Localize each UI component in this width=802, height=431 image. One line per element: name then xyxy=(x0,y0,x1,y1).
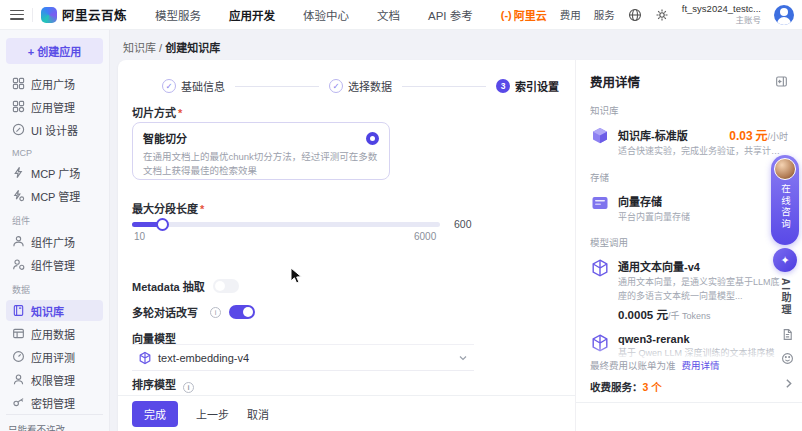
sidebar-item-app-eval[interactable]: 应用评测 xyxy=(6,346,103,367)
feedback-smiley-icon[interactable] xyxy=(781,352,794,365)
breadcrumb-parent[interactable]: 知识库 xyxy=(123,42,156,54)
sidebar-footer: 只能看不许改，这... ∧ xyxy=(6,414,103,431)
model-icon xyxy=(138,351,152,365)
cube-icon xyxy=(590,126,610,146)
model-icon xyxy=(590,258,610,278)
account-name: ft_sys2024_testc... xyxy=(682,3,761,15)
nav-model-service[interactable]: 模型服务 xyxy=(155,7,201,23)
multiturn-rewrite-toggle[interactable] xyxy=(229,305,255,319)
cost-item-desc: 通用文本向量，是通义实验室基于LLM底座的多语言文本统一向量模型... xyxy=(618,276,788,303)
metadata-extract-label: Metadata 抽取 xyxy=(132,278,205,294)
sidebar-item-key-manage[interactable]: 密钥管理 xyxy=(6,392,103,413)
multiturn-rewrite-row: 多轮对话改写 i xyxy=(132,304,255,320)
step-basic-info: ✓ 基础信息 xyxy=(162,78,225,94)
embedding-model-select[interactable]: text-embedding-v4 xyxy=(132,344,474,371)
rank-model-label: 排序模型 i xyxy=(132,376,194,393)
cost-item-title: qwen3-rerank xyxy=(618,333,690,345)
online-chat-widget[interactable]: 在线咨询 xyxy=(771,155,799,245)
cost-section-model: 模型调用 xyxy=(590,235,788,249)
create-kb-card: ✓ 基础信息 ✓ 选择数据 3 索引设置 切片方式* xyxy=(118,60,802,431)
charged-services: 收费服务：3 个 xyxy=(590,379,788,394)
info-icon[interactable]: i xyxy=(210,307,221,318)
info-icon[interactable]: i xyxy=(183,382,194,393)
metadata-extract-toggle[interactable] xyxy=(213,279,239,293)
top-bar: 阿里云百炼 模型服务 应用开发 体验中心 文档 API 参考 (-) 阿里云 费… xyxy=(0,0,802,30)
chevron-down-icon xyxy=(458,353,468,363)
max-segment-label: 最大分段长度* xyxy=(132,200,204,216)
key-icon xyxy=(12,396,25,409)
nav-experience[interactable]: 体验中心 xyxy=(303,7,349,23)
ai-assistant-icon[interactable]: ✦ xyxy=(773,248,797,272)
sidebar-item-mcp-market[interactable]: MCP 广场 xyxy=(6,162,103,183)
main-area: 知识库 / 创建知识库 ✓ 基础信息 ✓ 选择数据 xyxy=(110,30,802,431)
stepper: ✓ 基础信息 ✓ 选择数据 3 索引设置 xyxy=(162,78,559,94)
sidebar-item-app-market[interactable]: 应用广场 xyxy=(6,73,103,94)
globe-icon[interactable] xyxy=(628,8,642,22)
hamburger-menu-icon[interactable] xyxy=(10,10,24,20)
aliyun-logo[interactable]: (-) 阿里云 xyxy=(501,7,547,23)
cost-item-text-embedding: 通用文本向量-v4 通用文本向量，是通义实验室基于LLM底座的多语言文本统一向量… xyxy=(590,258,788,322)
sidebar-item-component-market[interactable]: 组件广场 xyxy=(6,231,103,252)
cost-item-desc: 适合快速实验，完成业务验证，共享计算资源。 xyxy=(618,145,788,159)
user-avatar[interactable] xyxy=(774,5,794,25)
app-window: 阿里云百炼 模型服务 应用开发 体验中心 文档 API 参考 (-) 阿里云 费… xyxy=(0,0,802,431)
chevron-right-icon[interactable] xyxy=(783,378,794,389)
prev-step-button[interactable]: 上一步 xyxy=(196,406,229,422)
sidebar-item-ui-designer[interactable]: UI 设计器 xyxy=(6,119,103,140)
sidebar-item-mcp-manage[interactable]: MCP 管理 xyxy=(6,185,103,206)
billing-link[interactable]: 费用 xyxy=(560,7,581,22)
cost-detail-link[interactable]: 费用详情 xyxy=(682,360,720,371)
sidebar-item-app-data[interactable]: 应用数据 xyxy=(6,323,103,344)
bailian-logo-icon[interactable] xyxy=(41,7,57,23)
account-menu[interactable]: ft_sys2024_testc... 主账号 xyxy=(682,3,761,26)
step-done-icon: ✓ xyxy=(329,79,343,93)
sidebar-group-component: 组件 xyxy=(6,207,103,230)
grid-gear-icon xyxy=(12,100,25,113)
sidebar-item-component-manage[interactable]: 组件管理 xyxy=(6,254,103,275)
cost-item-price: 0.03 元/小时 xyxy=(729,126,788,143)
cost-item-title: 通用文本向量-v4 xyxy=(618,258,700,274)
settings-gear-icon[interactable] xyxy=(655,8,669,22)
divider xyxy=(32,8,33,22)
top-nav: 模型服务 应用开发 体验中心 文档 API 参考 xyxy=(155,7,473,23)
cancel-button[interactable]: 取消 xyxy=(247,406,269,422)
step-done-icon: ✓ xyxy=(162,79,176,93)
nav-docs[interactable]: 文档 xyxy=(377,7,400,23)
cost-item-price: 0.0005 元/千 Tokens xyxy=(618,306,788,322)
chunk-method-label: 切片方式* xyxy=(132,104,182,120)
nav-api-ref[interactable]: API 参考 xyxy=(428,7,473,23)
step-connector xyxy=(402,86,486,87)
finish-button[interactable]: 完成 xyxy=(132,401,178,427)
cost-item-title: 知识库-标准版 xyxy=(618,127,688,143)
sidebar-group-mcp: MCP xyxy=(6,141,103,161)
panel-collapse-icon[interactable] xyxy=(775,75,788,88)
step-connector xyxy=(235,86,319,87)
cost-panel-title: 费用详情 xyxy=(590,72,640,91)
nav-app-dev[interactable]: 应用开发 xyxy=(229,7,275,23)
ai-assistant-label[interactable]: AI助理 xyxy=(778,278,793,316)
account-type: 主账号 xyxy=(682,15,761,26)
radio-selected-icon[interactable] xyxy=(366,132,379,145)
slider-track[interactable] xyxy=(132,222,440,227)
sidebar-item-app-manage[interactable]: 应用管理 xyxy=(6,96,103,117)
gauge-icon xyxy=(12,350,25,363)
step-index-settings: 3 索引设置 xyxy=(496,78,559,94)
breadcrumb: 知识库 / 创建知识库 xyxy=(123,39,220,55)
smart-chunk-desc: 在通用文档上的最优chunk切分方法，经过评测可在多数文档上获得最佳的检索效果 xyxy=(143,150,379,178)
sidebar-item-permission[interactable]: 权限管理 xyxy=(6,369,103,390)
data-table-icon xyxy=(12,327,25,340)
multiturn-rewrite-label: 多轮对话改写 xyxy=(132,304,198,320)
document-icon[interactable] xyxy=(781,328,794,341)
step-number-icon: 3 xyxy=(496,79,510,93)
component-gear-icon xyxy=(12,258,25,271)
sidebar-item-knowledge-base[interactable]: 知识库 xyxy=(6,300,103,321)
service-link[interactable]: 服务 xyxy=(594,7,615,22)
smart-chunk-option-card[interactable]: 智能切分 在通用文档上的最优chunk切分方法，经过评测可在多数文档上获得最佳的… xyxy=(132,122,390,180)
slider-handle[interactable] xyxy=(156,218,169,231)
lightning-icon xyxy=(12,166,25,179)
create-app-button[interactable]: + 创建应用 xyxy=(6,38,103,64)
slider-min: 10 xyxy=(134,231,145,242)
component-icon xyxy=(12,235,25,248)
online-chat-label: 在线咨询 xyxy=(778,184,792,230)
pen-circle-icon xyxy=(12,123,25,136)
